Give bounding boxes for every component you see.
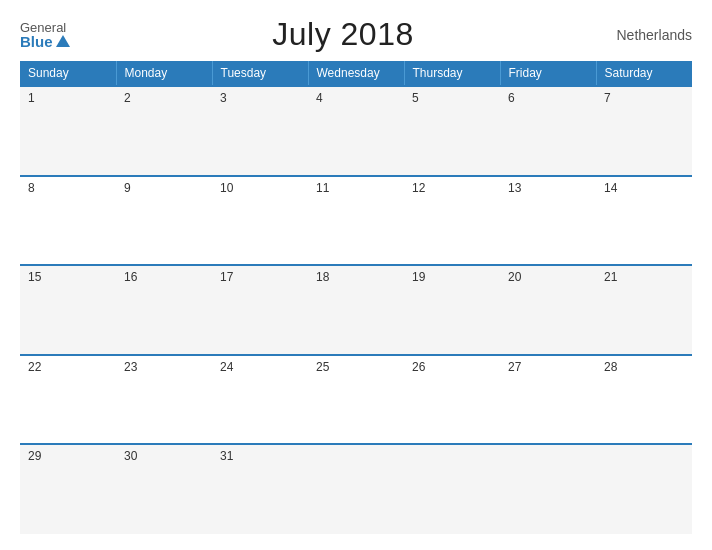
- day-number: 10: [220, 181, 233, 195]
- day-number: 17: [220, 270, 233, 284]
- logo-triangle-icon: [56, 35, 70, 47]
- day-number: 3: [220, 91, 227, 105]
- day-number: 18: [316, 270, 329, 284]
- calendar-cell: 29: [20, 444, 116, 534]
- day-number: 9: [124, 181, 131, 195]
- header-friday: Friday: [500, 61, 596, 86]
- calendar-cell: [308, 444, 404, 534]
- calendar-page: General Blue July 2018 Netherlands Sunda…: [0, 0, 712, 550]
- calendar-cell: 4: [308, 86, 404, 176]
- calendar-header: General Blue July 2018 Netherlands: [20, 16, 692, 53]
- calendar-cell: 24: [212, 355, 308, 445]
- day-number: 7: [604, 91, 611, 105]
- calendar-cell: 19: [404, 265, 500, 355]
- day-number: 24: [220, 360, 233, 374]
- day-number: 12: [412, 181, 425, 195]
- calendar-cell: 2: [116, 86, 212, 176]
- calendar-cell: 21: [596, 265, 692, 355]
- calendar-cell: 17: [212, 265, 308, 355]
- day-number: 16: [124, 270, 137, 284]
- day-number: 23: [124, 360, 137, 374]
- calendar-cell: 23: [116, 355, 212, 445]
- calendar-cell: 13: [500, 176, 596, 266]
- calendar-cell: 10: [212, 176, 308, 266]
- day-number: 27: [508, 360, 521, 374]
- calendar-cell: 3: [212, 86, 308, 176]
- calendar-table: Sunday Monday Tuesday Wednesday Thursday…: [20, 61, 692, 534]
- calendar-cell: 27: [500, 355, 596, 445]
- calendar-cell: 16: [116, 265, 212, 355]
- calendar-cell: 12: [404, 176, 500, 266]
- calendar-cell: 11: [308, 176, 404, 266]
- calendar-cell: 8: [20, 176, 116, 266]
- day-number: 31: [220, 449, 233, 463]
- calendar-cell: 20: [500, 265, 596, 355]
- weekday-header-row: Sunday Monday Tuesday Wednesday Thursday…: [20, 61, 692, 86]
- calendar-cell: 31: [212, 444, 308, 534]
- logo-blue-text: Blue: [20, 34, 70, 49]
- day-number: 26: [412, 360, 425, 374]
- logo: General Blue: [20, 21, 70, 49]
- header-sunday: Sunday: [20, 61, 116, 86]
- day-number: 6: [508, 91, 515, 105]
- calendar-cell: 18: [308, 265, 404, 355]
- header-wednesday: Wednesday: [308, 61, 404, 86]
- day-number: 11: [316, 181, 329, 195]
- header-tuesday: Tuesday: [212, 61, 308, 86]
- day-number: 8: [28, 181, 35, 195]
- day-number: 14: [604, 181, 617, 195]
- calendar-cell: 14: [596, 176, 692, 266]
- day-number: 5: [412, 91, 419, 105]
- day-number: 13: [508, 181, 521, 195]
- day-number: 2: [124, 91, 131, 105]
- day-number: 19: [412, 270, 425, 284]
- header-monday: Monday: [116, 61, 212, 86]
- day-number: 28: [604, 360, 617, 374]
- day-number: 22: [28, 360, 41, 374]
- header-thursday: Thursday: [404, 61, 500, 86]
- calendar-cell: [500, 444, 596, 534]
- day-number: 20: [508, 270, 521, 284]
- day-number: 1: [28, 91, 35, 105]
- calendar-cell: 1: [20, 86, 116, 176]
- calendar-week-row: 891011121314: [20, 176, 692, 266]
- calendar-cell: 22: [20, 355, 116, 445]
- calendar-cell: 15: [20, 265, 116, 355]
- calendar-title: July 2018: [272, 16, 413, 53]
- calendar-cell: 5: [404, 86, 500, 176]
- calendar-week-row: 293031: [20, 444, 692, 534]
- calendar-cell: 28: [596, 355, 692, 445]
- day-number: 30: [124, 449, 137, 463]
- calendar-cell: 7: [596, 86, 692, 176]
- day-number: 15: [28, 270, 41, 284]
- day-number: 29: [28, 449, 41, 463]
- calendar-cell: 6: [500, 86, 596, 176]
- country-label: Netherlands: [617, 27, 693, 43]
- day-number: 25: [316, 360, 329, 374]
- logo-general-text: General: [20, 21, 70, 34]
- header-saturday: Saturday: [596, 61, 692, 86]
- day-number: 21: [604, 270, 617, 284]
- calendar-week-row: 22232425262728: [20, 355, 692, 445]
- calendar-week-row: 15161718192021: [20, 265, 692, 355]
- calendar-cell: [404, 444, 500, 534]
- calendar-cell: [596, 444, 692, 534]
- calendar-cell: 26: [404, 355, 500, 445]
- calendar-cell: 25: [308, 355, 404, 445]
- calendar-cell: 30: [116, 444, 212, 534]
- calendar-cell: 9: [116, 176, 212, 266]
- calendar-week-row: 1234567: [20, 86, 692, 176]
- day-number: 4: [316, 91, 323, 105]
